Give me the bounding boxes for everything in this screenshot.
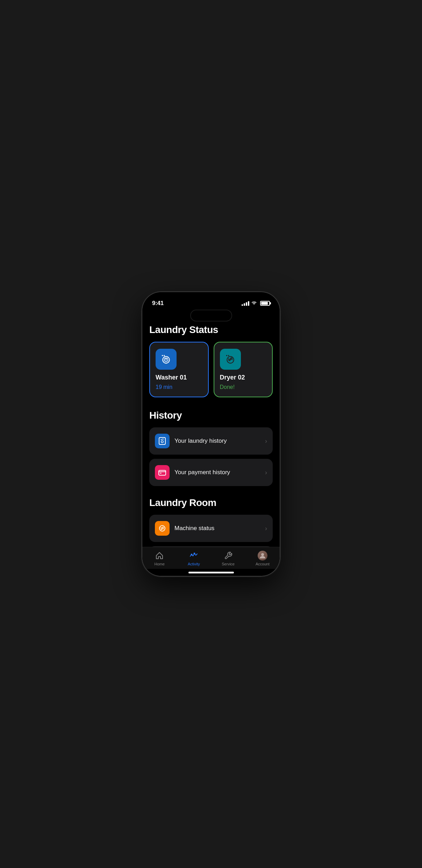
laundry-history-left: Your laundry history xyxy=(155,434,227,448)
phone-frame: 9:41 Laundry Status xyxy=(142,292,280,576)
payment-history-left: Your payment history xyxy=(155,465,230,480)
machine-status-chevron: › xyxy=(265,525,267,532)
svg-point-11 xyxy=(161,441,163,443)
home-indicator-bar xyxy=(188,572,234,573)
avatar xyxy=(258,551,267,560)
svg-rect-12 xyxy=(159,470,166,475)
nav-home[interactable]: Home xyxy=(142,551,177,566)
scroll-content: Laundry Status xyxy=(142,324,280,547)
laundry-status-section: Laundry Status xyxy=(149,324,273,397)
svg-point-17 xyxy=(194,553,195,555)
washer-status: 19 min xyxy=(156,384,172,390)
nav-activity[interactable]: Activity xyxy=(177,551,211,566)
machine-status-icon-bg xyxy=(155,521,170,536)
payment-history-icon-bg xyxy=(155,465,170,480)
washer-name: Washer 01 xyxy=(156,374,187,381)
dynamic-island xyxy=(190,310,232,321)
status-bar: 9:41 xyxy=(142,292,280,310)
payment-history-chevron: › xyxy=(265,469,267,476)
svg-point-16 xyxy=(191,554,193,556)
activity-label: Activity xyxy=(188,562,200,566)
home-label: Home xyxy=(154,562,164,566)
svg-point-15 xyxy=(159,526,165,531)
nav-service[interactable]: Service xyxy=(211,551,245,566)
washer-card[interactable]: Washer 01 19 min xyxy=(149,342,209,397)
account-icon xyxy=(258,551,267,560)
phone-screen: 9:41 Laundry Status xyxy=(142,292,280,576)
payment-history-item[interactable]: Your payment history › xyxy=(149,459,273,486)
home-icon xyxy=(155,551,164,560)
signal-icon xyxy=(242,301,249,306)
laundry-history-label: Your laundry history xyxy=(174,437,227,444)
dryer-card[interactable]: Dryer 02 Done! xyxy=(214,342,273,397)
service-icon xyxy=(223,551,233,560)
history-section: History Your laundry history › xyxy=(149,410,273,486)
svg-point-9 xyxy=(228,355,229,356)
svg-point-4 xyxy=(162,355,163,356)
laundry-history-item[interactable]: Your laundry history › xyxy=(149,427,273,455)
machine-cards: Washer 01 19 min xyxy=(149,342,273,397)
laundry-history-icon-bg xyxy=(155,434,170,448)
svg-rect-10 xyxy=(159,437,165,444)
dryer-status: Done! xyxy=(220,384,235,390)
wifi-icon xyxy=(252,301,258,306)
svg-point-3 xyxy=(165,359,167,361)
machine-status-label: Machine status xyxy=(174,525,214,532)
bottom-nav: Home Activity xyxy=(142,547,280,569)
activity-icon xyxy=(189,551,199,560)
washer-icon xyxy=(159,352,173,367)
dryer-icon xyxy=(223,352,238,367)
service-label: Service xyxy=(222,562,235,566)
laundry-room-section: Laundry Room Machine status › xyxy=(149,497,273,547)
nav-account[interactable]: Account xyxy=(245,551,280,566)
dryer-icon-bg xyxy=(220,349,241,370)
machine-status-left: Machine status xyxy=(155,521,214,536)
washer-icon-bg xyxy=(156,349,177,370)
dryer-name: Dryer 02 xyxy=(220,374,245,381)
svg-rect-14 xyxy=(160,473,162,473)
machine-status-item[interactable]: Machine status › xyxy=(149,515,273,542)
machine-status-icon xyxy=(158,524,166,533)
payment-history-icon xyxy=(158,468,166,477)
svg-point-8 xyxy=(226,355,227,356)
home-indicator xyxy=(142,569,280,576)
battery-icon xyxy=(260,301,270,306)
account-label: Account xyxy=(256,562,270,566)
status-icons xyxy=(242,301,270,306)
status-time: 9:41 xyxy=(152,300,164,307)
svg-point-18 xyxy=(261,553,264,556)
laundry-room-title: Laundry Room xyxy=(149,497,273,508)
svg-point-5 xyxy=(164,355,165,356)
payment-history-label: Your payment history xyxy=(174,469,230,476)
laundry-history-icon xyxy=(158,437,166,445)
history-title: History xyxy=(149,410,273,421)
laundry-history-chevron: › xyxy=(265,437,267,445)
laundry-status-title: Laundry Status xyxy=(149,324,273,335)
